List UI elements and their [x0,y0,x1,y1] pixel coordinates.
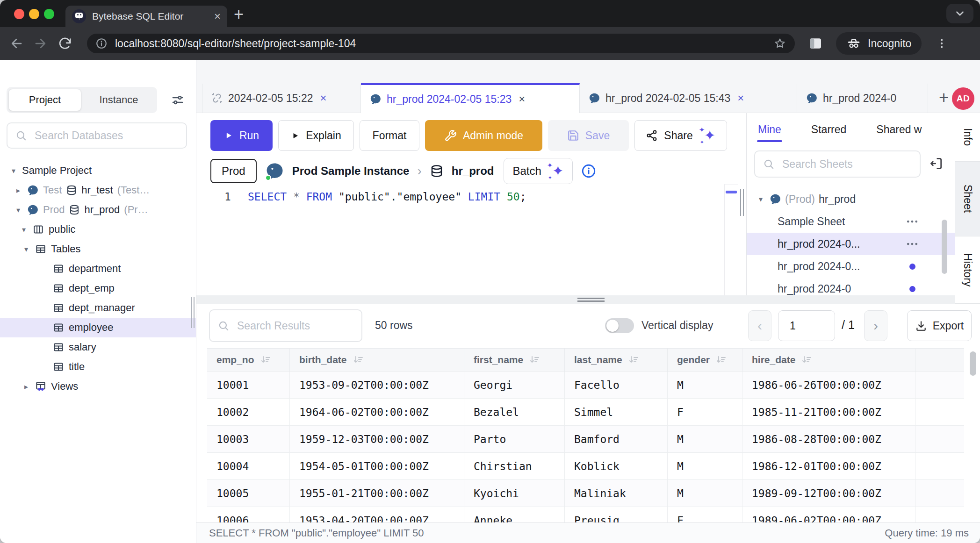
column-header[interactable]: birth_date [290,349,464,371]
more-menu-icon[interactable] [905,237,919,251]
table-cell[interactable]: Bamford [565,426,668,452]
new-tab-button[interactable]: + [234,5,244,24]
table-cell[interactable]: Koblick [565,453,668,479]
table-cell[interactable]: 10005 [207,480,290,507]
bookmark-star-icon[interactable] [773,37,786,50]
table-cell[interactable]: Simmel [565,399,668,425]
sheet-tab-starred[interactable]: Starred [811,117,846,142]
tree-item[interactable]: ▾Prodhr_prod(Pr… [0,200,196,220]
reload-icon[interactable] [58,36,72,50]
batch-button[interactable]: Batch ✦✦✦ [504,158,572,184]
tab-project[interactable]: Project [9,89,81,111]
instance-name[interactable]: Prod Sample Instance [292,164,410,178]
editor-tab[interactable]: hr_prod 2024-02-05 15:23× [361,83,580,113]
table-cell[interactable]: 1954-05-01T00:00:00Z [290,453,464,479]
table-cell[interactable]: Maliniak [565,480,668,507]
table-cell[interactable]: F [668,399,742,425]
prev-page-button[interactable]: ‹ [748,310,771,341]
table-row[interactable]: 100061953-04-20T00:00:00ZAnnekePreusigF1… [207,507,964,522]
site-info-icon[interactable] [95,37,108,50]
editor-tab[interactable]: hr_prod 2024-0 [797,84,928,113]
table-cell[interactable]: 1986-12-01T00:00:00Z [742,453,915,479]
table-cell[interactable]: 1955-01-21T00:00:00Z [290,480,464,507]
table-cell[interactable]: 10004 [207,453,290,479]
column-header[interactable]: hire_date [742,349,915,371]
tab-close-icon[interactable]: × [214,11,221,22]
explain-button[interactable]: Explain [278,120,354,151]
tree-item[interactable]: dept_manager [0,298,196,318]
tree-item[interactable]: ▾public [0,220,196,239]
table-cell[interactable]: 1986-06-26T00:00:00Z [742,372,915,398]
collapse-panel-icon[interactable] [929,156,944,171]
format-button[interactable]: Format [360,120,419,151]
results-search-input[interactable] [209,309,362,342]
sheet-tab-shared-w[interactable]: Shared w [876,117,922,142]
vertical-display-toggle[interactable] [605,318,634,333]
table-cell[interactable]: Georgi [464,372,565,398]
tree-item[interactable]: ▾Tables [0,239,196,259]
table-row[interactable]: 100041954-05-01T00:00:00ZChirstianKoblic… [207,453,964,480]
tree-item[interactable]: ▸Views [0,377,196,396]
tree-item[interactable]: ▸Testhr_test(Test… [0,180,196,200]
table-cell[interactable]: Bezalel [464,399,565,425]
sheet-search-input[interactable] [754,150,921,178]
column-header[interactable]: gender [668,349,742,371]
more-menu-icon[interactable] [905,214,919,229]
tree-item[interactable]: title [0,357,196,377]
table-cell[interactable]: Facello [565,372,668,398]
window-close-button[interactable] [14,9,24,19]
tab-close-icon[interactable]: × [737,92,744,105]
database-name[interactable]: hr_prod [452,164,494,178]
table-row[interactable]: 100031959-12-03T00:00:00ZPartoBamfordM19… [207,426,964,453]
sheet-list-item[interactable]: hr_prod 2024-0... [747,255,955,278]
table-cell[interactable]: F [668,507,742,522]
back-icon[interactable] [9,36,23,50]
table-cell[interactable]: 1964-06-02T00:00:00Z [290,399,464,425]
tab-search-button[interactable] [946,4,973,23]
side-tab-info[interactable]: Info [955,113,980,162]
sheet-list-scrollbar[interactable] [942,220,947,274]
sheet-list-item[interactable]: hr_prod 2024-0 [747,278,955,295]
panel-resize-handle[interactable] [740,189,744,216]
sheet-list-item[interactable]: hr_prod 2024-0... [747,233,955,255]
table-cell[interactable]: Parto [464,426,565,452]
save-button[interactable]: Save [548,120,629,151]
table-cell[interactable]: 1959-12-03T00:00:00Z [290,426,464,452]
table-cell[interactable]: 1986-08-28T00:00:00Z [742,426,915,452]
info-icon[interactable] [581,163,597,179]
table-cell[interactable]: Preusig [565,507,668,522]
table-cell[interactable]: 10003 [207,426,290,452]
table-cell[interactable]: M [668,480,742,507]
table-cell[interactable]: 1985-11-21T00:00:00Z [742,399,915,425]
sheet-tab-mine[interactable]: Mine [758,117,781,142]
side-panel-icon[interactable] [808,36,823,51]
tree-item[interactable]: salary [0,337,196,357]
tab-close-icon[interactable]: × [519,93,525,106]
table-cell[interactable]: Chirstian [464,453,565,479]
table-cell[interactable]: 10001 [207,372,290,398]
new-sheet-button[interactable]: + [939,89,949,106]
tab-close-icon[interactable]: × [320,92,327,105]
table-cell[interactable]: M [668,426,742,452]
column-header[interactable]: emp_no [207,349,290,371]
table-cell[interactable]: 1989-06-02T00:00:00Z [742,507,915,522]
tree-item[interactable]: ▾Sample Project [0,161,196,180]
side-tab-history[interactable]: History [955,236,980,304]
browser-tab[interactable]: Bytebase SQL Editor × [65,6,227,27]
sql-code-line[interactable]: SELECT * FROM "public"."employee" LIMIT … [248,191,526,203]
column-header[interactable]: last_name [565,349,668,371]
tree-item[interactable]: employee [0,318,196,337]
database-search-input[interactable] [7,122,187,149]
forward-icon[interactable] [34,36,48,50]
side-tab-sheet[interactable]: Sheet [955,162,980,236]
table-cell[interactable]: Kyoichi [464,480,565,507]
table-cell[interactable]: 10002 [207,399,290,425]
sheet-list-item[interactable]: Sample Sheet [747,210,955,233]
table-row[interactable]: 100021964-06-02T00:00:00ZBezalelSimmelF1… [207,399,964,426]
run-button[interactable]: Run [210,120,273,151]
table-cell[interactable]: M [668,453,742,479]
sidebar-resize-handle[interactable] [191,297,195,328]
table-cell[interactable]: 1989-09-12T00:00:00Z [742,480,915,507]
tab-instance[interactable]: Instance [83,89,155,111]
table-cell[interactable]: Anneke [464,507,565,522]
